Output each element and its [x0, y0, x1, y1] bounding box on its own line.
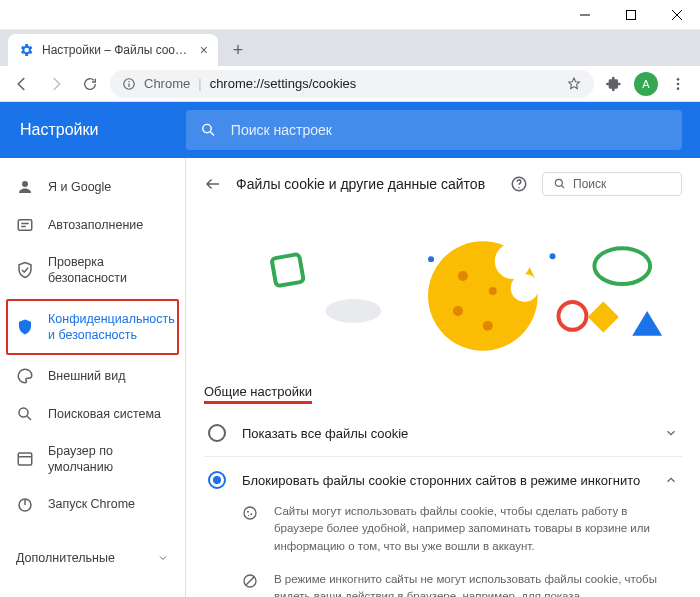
blocked-icon [242, 573, 260, 589]
sidebar-item-search[interactable]: Поисковая система [0, 395, 185, 433]
svg-rect-9 [18, 220, 32, 231]
window-minimize-button[interactable] [562, 0, 608, 30]
page-header: Файлы cookie и другие данные сайтов Поис… [204, 172, 682, 204]
settings-sidebar: Я и Google Автозаполнение Проверка безоп… [0, 158, 186, 597]
cookie-option-allow-all[interactable]: Показать все файлы cookie [204, 410, 682, 457]
cookie-option-block-third-incognito[interactable]: Блокировать файлы cookie сторонних сайто… [204, 457, 682, 503]
sidebar-item-extensions[interactable]: Расширения [0, 592, 185, 597]
sidebar-item-advanced[interactable]: Дополнительные [0, 540, 185, 576]
settings-header: Настройки [0, 102, 700, 158]
sidebar-item-appearance[interactable]: Внешний вид [0, 357, 185, 395]
sidebar-item-label: Автозаполнение [48, 217, 169, 233]
url-path: chrome://settings/cookies [210, 76, 357, 91]
chevron-down-icon [664, 426, 678, 440]
svg-point-2 [128, 80, 129, 81]
svg-point-22 [458, 271, 468, 281]
chevron-down-icon [157, 552, 169, 564]
sidebar-item-label: Я и Google [48, 179, 169, 195]
svg-point-10 [19, 408, 28, 417]
sidebar-item-autofill[interactable]: Автозаполнение [0, 206, 185, 244]
svg-point-5 [677, 82, 680, 85]
help-icon[interactable] [510, 175, 528, 193]
sidebar-item-safety[interactable]: Проверка безопасности [0, 244, 185, 297]
browser-tab[interactable]: Настройки – Файлы cookie и др × [8, 34, 218, 66]
power-icon [16, 496, 34, 514]
cookies-illustration [204, 216, 682, 366]
option-label: Блокировать файлы cookie сторонних сайто… [242, 473, 648, 488]
option-detail: В режиме инкогнито сайты не могут исполь… [204, 561, 682, 597]
radio-icon[interactable] [208, 471, 226, 489]
sidebar-item-people[interactable]: Я и Google [0, 168, 185, 206]
palette-icon [16, 367, 34, 385]
page-search-placeholder: Поиск [573, 177, 606, 191]
svg-point-26 [594, 248, 650, 284]
menu-button[interactable] [664, 70, 692, 98]
cookie-icon [242, 505, 260, 521]
settings-search[interactable] [186, 110, 682, 150]
address-bar[interactable]: Chrome | chrome://settings/cookies [110, 70, 594, 98]
svg-rect-0 [627, 10, 636, 19]
tab-close-icon[interactable]: × [200, 42, 208, 58]
url-prefix: Chrome [144, 76, 190, 91]
search-icon [553, 177, 567, 191]
new-tab-button[interactable]: + [224, 36, 252, 64]
bookmark-star-icon[interactable] [566, 76, 582, 92]
tab-title: Настройки – Файлы cookie и др [42, 43, 192, 57]
section-title: Общие настройки [204, 384, 312, 404]
svg-rect-3 [128, 83, 129, 87]
svg-point-20 [495, 243, 531, 279]
sidebar-item-privacy[interactable]: Конфиденциальность и безопасность [6, 299, 179, 356]
option-detail-text: В режиме инкогнито сайты не могут исполь… [274, 571, 678, 597]
extensions-button[interactable] [600, 70, 628, 98]
person-icon [16, 178, 34, 196]
svg-point-18 [428, 256, 434, 262]
settings-search-input[interactable] [231, 122, 668, 138]
sidebar-item-default-browser[interactable]: Браузер по умолчанию [0, 433, 185, 486]
option-detail: Сайты могут использовать файлы cookie, ч… [204, 503, 682, 561]
sidebar-item-label: Конфиденциальность и безопасность [48, 311, 175, 344]
autofill-icon [16, 216, 34, 234]
settings-content: Файлы cookie и другие данные сайтов Поис… [186, 158, 700, 597]
back-button[interactable] [8, 70, 36, 98]
svg-point-4 [677, 78, 680, 81]
browser-tabstrip: Настройки – Файлы cookie и др × + [0, 30, 700, 66]
svg-point-34 [248, 515, 249, 516]
sidebar-item-label: Поисковая система [48, 406, 169, 422]
sidebar-item-label: Проверка безопасности [48, 254, 169, 287]
svg-marker-29 [632, 311, 662, 336]
page-title: Файлы cookie и другие данные сайтов [236, 176, 496, 192]
sidebar-item-label: Дополнительные [16, 550, 143, 566]
svg-point-7 [203, 124, 211, 132]
svg-point-32 [247, 511, 249, 513]
option-label: Показать все файлы cookie [242, 426, 648, 441]
svg-point-30 [550, 253, 556, 259]
window-maximize-button[interactable] [608, 0, 654, 30]
chevron-up-icon [664, 473, 678, 487]
forward-button[interactable] [42, 70, 70, 98]
settings-title: Настройки [0, 121, 186, 139]
svg-point-24 [483, 321, 493, 331]
sidebar-item-label: Запуск Chrome [48, 496, 169, 512]
profile-avatar[interactable]: A [634, 72, 658, 96]
sidebar-item-startup[interactable]: Запуск Chrome [0, 486, 185, 524]
browser-toolbar: Chrome | chrome://settings/cookies A [0, 66, 700, 102]
radio-icon[interactable] [208, 424, 226, 442]
svg-point-33 [250, 513, 252, 515]
sidebar-item-label: Браузер по умолчанию [48, 443, 169, 476]
back-arrow-icon[interactable] [204, 175, 222, 193]
sidebar-item-label: Внешний вид [48, 368, 169, 384]
window-titlebar [0, 0, 700, 30]
svg-point-25 [489, 287, 497, 295]
reload-button[interactable] [76, 70, 104, 98]
svg-point-23 [453, 306, 463, 316]
settings-favicon-icon [18, 42, 34, 58]
svg-point-14 [518, 187, 520, 189]
svg-rect-28 [588, 301, 619, 332]
shield-icon [16, 318, 34, 336]
site-info-icon [122, 77, 136, 91]
page-search[interactable]: Поиск [542, 172, 682, 196]
browser-icon [16, 450, 34, 468]
svg-point-15 [555, 179, 562, 186]
svg-point-8 [22, 181, 28, 187]
window-close-button[interactable] [654, 0, 700, 30]
